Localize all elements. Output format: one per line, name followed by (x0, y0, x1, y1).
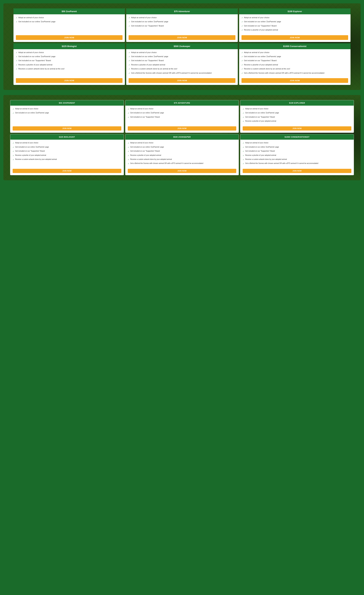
feature-item-zookeeper-4: ✓Receive a custom artwork done by an ani… (128, 68, 235, 70)
pricing-card-adventure-m: $75 ADVENTURE✓Adopt an animal of your ch… (125, 100, 239, 133)
feature-text-biologist-m-0: Adopt an animal of your choice (15, 142, 38, 144)
pricing-card-zooparent-m: $50 ZOOPARENT✓Adopt an animal of your ch… (10, 100, 124, 133)
pricing-card-zookeeper: $500 Zookeeper✓Adopt an animal of your c… (126, 43, 238, 85)
feature-item-biologist-0: ✓Adopt an animal of your choice (16, 51, 122, 54)
feature-text-conservationist-m-0: Adopt an animal of your choice (245, 142, 268, 144)
feature-text-zookeeper-4: Receive a custom artwork done by an anim… (131, 68, 177, 70)
check-icon-biologist-1: ✓ (16, 56, 17, 58)
check-icon-zookeeper-4: ✓ (128, 68, 130, 70)
check-icon-explorer-2: ✓ (242, 25, 243, 27)
feature-text-zookeeper-5: Get a Behind the Scenes with chosen anim… (131, 72, 212, 74)
check-icon-conservationist-m-4: ✓ (243, 158, 244, 161)
join-button-zookeeper-m[interactable]: JOIN NOW (128, 169, 236, 173)
join-button-zookeeper[interactable]: JOIN NOW (128, 78, 235, 83)
feature-item-biologist-3: ✓Receive a plushie of your adopted anima… (16, 64, 122, 66)
check-icon-zooparent-m-1: ✓ (13, 112, 14, 114)
feature-item-conservationist-1: ✓Get included on our online 'ZooParents'… (242, 55, 348, 58)
feature-text-biologist-4: Receive a custom artwork done by an anim… (18, 68, 64, 70)
card-title-adventurer: $75 Adventurer (126, 8, 238, 14)
feature-text-explorer-2: Get included on our "Supporters" Board (244, 25, 277, 27)
check-icon-zookeeper-1: ✓ (128, 56, 130, 58)
join-button-adventure-m[interactable]: JOIN NOW (128, 126, 236, 131)
check-icon-biologist-m-0: ✓ (13, 142, 14, 144)
card-footer-adventurer: JOIN NOW (126, 34, 238, 42)
feature-text-biologist-0: Adopt an animal of your choice (18, 51, 44, 54)
join-button-biologist-m[interactable]: JOIN NOW (13, 169, 121, 173)
feature-text-zookeeper-1: Get included on our online 'ZooParents' … (131, 55, 168, 58)
card-body-conservationist-m: ✓Adopt an animal of your choice✓Get incl… (240, 140, 354, 167)
join-button-adventurer[interactable]: JOIN NOW (128, 35, 235, 40)
join-button-zooparent[interactable]: JOIN NOW (16, 35, 122, 40)
join-button-zooparent-m[interactable]: JOIN NOW (13, 126, 121, 131)
check-icon-explorer-m-3: ✓ (243, 120, 244, 123)
card-footer-explorer: JOIN NOW (239, 34, 350, 42)
join-button-explorer[interactable]: JOIN NOW (242, 35, 348, 40)
check-icon-zookeeper-0: ✓ (128, 51, 130, 54)
feature-text-biologist-m-1: Get included on our online 'ZooParents' … (15, 146, 49, 148)
feature-item-conservationist-m-0: ✓Adopt an animal of your choice (243, 142, 351, 144)
feature-item-explorer-m-3: ✓Receive a plushie of your adopted anima… (243, 120, 351, 123)
feature-text-conservationist-5: Get a Behind the Scenes with chosen anim… (244, 72, 324, 74)
check-icon-conservationist-m-1: ✓ (243, 146, 244, 149)
feature-text-conservationist-m-2: Get included on our "Supporters" Board (245, 150, 275, 152)
feature-text-adventurer-1: Get included on our online 'ZooParents' … (131, 20, 168, 23)
feature-item-conservationist-2: ✓Get included on our "Supporters" Board (242, 59, 348, 62)
check-icon-biologist-4: ✓ (16, 68, 17, 70)
feature-text-explorer-m-0: Adopt an animal of your choice (245, 108, 268, 110)
feature-item-conservationist-m-3: ✓Receive a plushie of your adopted anima… (243, 154, 351, 157)
feature-item-zookeeper-2: ✓Get included on our "Supporters" Board (128, 59, 235, 62)
feature-item-zookeeper-3: ✓Receive a plushie of your adopted anima… (128, 64, 235, 66)
card-title-zookeeper: $500 Zookeeper (126, 43, 238, 49)
card-footer-conservationist: JOIN NOW (239, 77, 350, 85)
feature-item-biologist-4: ✓Receive a custom artwork done by an ani… (16, 68, 122, 70)
feature-item-conservationist-4: ✓Receive a custom artwork done by an ani… (242, 68, 348, 70)
feature-item-zookeeper-m-0: ✓Adopt an animal of your choice (128, 142, 236, 144)
check-icon-conservationist-5: ✓ (242, 72, 243, 74)
card-title-zooparent-m: $50 ZOOPARENT (10, 100, 124, 106)
join-button-conservationist-m[interactable]: JOIN NOW (243, 169, 351, 173)
check-icon-zookeeper-3: ✓ (128, 64, 130, 66)
feature-text-explorer-m-1: Get included on our online 'ZooParents' … (245, 112, 279, 114)
card-body-adventure-m: ✓Adopt an animal of your choice✓Get incl… (125, 106, 239, 125)
pricing-grid-mobile: $50 ZOOPARENT✓Adopt an animal of your ch… (3, 95, 361, 180)
feature-text-zookeeper-2: Get included on our "Supporters" Board (131, 59, 164, 62)
feature-text-conservationist-4: Receive a custom artwork done by an anim… (244, 68, 290, 70)
check-icon-biologist-m-1: ✓ (13, 146, 14, 149)
card-title-adventure-m: $75 ADVENTURE (125, 100, 239, 106)
check-icon-biologist-3: ✓ (16, 64, 17, 66)
check-icon-explorer-m-1: ✓ (243, 112, 244, 114)
check-icon-zookeeper-5: ✓ (128, 72, 130, 74)
card-title-zookeeper-m: $500 ZOOKEEPER (125, 134, 239, 140)
check-icon-explorer-0: ✓ (242, 16, 243, 19)
card-body-explorer-m: ✓Adopt an animal of your choice✓Get incl… (240, 106, 354, 125)
feature-text-explorer-3: Receive a plushie of your adopted animal (244, 29, 278, 31)
feature-item-biologist-m-0: ✓Adopt an animal of your choice (13, 142, 121, 144)
check-icon-zookeeper-m-1: ✓ (128, 146, 129, 149)
feature-item-adventure-m-1: ✓Get included on our online 'ZooParents'… (128, 112, 236, 114)
pricing-card-conservationist: $1000 Conservationist✓Adopt an animal of… (239, 43, 350, 85)
feature-item-conservationist-m-4: ✓Receive a custom artwork done by your a… (243, 158, 351, 161)
join-button-explorer-m[interactable]: JOIN NOW (243, 126, 351, 131)
feature-text-biologist-2: Get included on our "Supporters" Board (18, 59, 51, 62)
feature-item-adventurer-2: ✓Get included on our "Supporters" Board (128, 25, 235, 27)
card-title-conservationist-m: $1000 CONSERVATIONIST (240, 134, 354, 140)
feature-item-zooparent-m-0: ✓Adopt an animal of your choice (13, 108, 121, 110)
feature-item-zookeeper-m-5: ✓Get a Behind the Scenes with chosen ani… (128, 162, 236, 165)
feature-item-explorer-3: ✓Receive a plushie of your adopted anima… (242, 29, 348, 31)
section-mobile: $50 ZOOPARENT✓Adopt an animal of your ch… (3, 95, 361, 180)
feature-text-explorer-1: Get included on our online 'ZooParents' … (244, 20, 281, 23)
feature-item-zookeeper-m-1: ✓Get included on our online 'ZooParents'… (128, 146, 236, 149)
feature-item-zookeeper-5: ✓Get a Behind the Scenes with chosen ani… (128, 72, 235, 74)
feature-text-zookeeper-m-5: Get a Behind the Scenes with chosen anim… (130, 162, 203, 165)
feature-item-zooparent-1: ✓Get included on our online 'ZooParents'… (16, 20, 122, 23)
card-body-biologist-m: ✓Adopt an animal of your choice✓Get incl… (10, 140, 124, 167)
feature-text-biologist-1: Get included on our online 'ZooParents' … (18, 55, 56, 58)
feature-text-conservationist-m-5: Get a Behind the Scenes with chosen anim… (245, 162, 318, 165)
feature-text-zookeeper-m-3: Receive a plushie of your adopted animal (130, 154, 161, 156)
join-button-biologist[interactable]: JOIN NOW (16, 78, 122, 83)
feature-item-explorer-1: ✓Get included on our online 'ZooParents'… (242, 20, 348, 23)
join-button-conservationist[interactable]: JOIN NOW (242, 78, 348, 83)
card-body-explorer: ✓Adopt an animal of your choice✓Get incl… (239, 14, 350, 34)
feature-item-explorer-0: ✓Adopt an animal of your choice (242, 16, 348, 19)
feature-item-explorer-m-0: ✓Adopt an animal of your choice (243, 108, 351, 110)
